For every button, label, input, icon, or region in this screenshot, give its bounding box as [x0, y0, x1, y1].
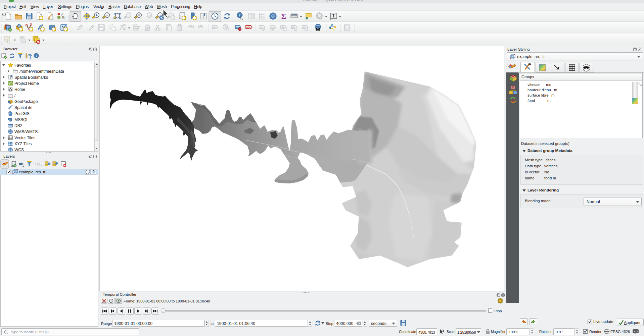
svg-text:/: /: [14, 93, 16, 98]
svg-text:✱: ✱: [41, 27, 44, 32]
svg-text:Vector Tiles: Vector Tiles: [14, 135, 35, 140]
svg-text:✱: ✱: [182, 15, 186, 20]
svg-text:ε: ε: [35, 161, 37, 166]
svg-text:✱: ✱: [52, 27, 56, 32]
svg-text:WCS: WCS: [14, 148, 24, 152]
svg-text:GeoPackage: GeoPackage: [14, 99, 38, 104]
svg-text:✱: ✱: [193, 15, 196, 20]
svg-text:PostGIS: PostGIS: [14, 111, 30, 116]
svg-text:1:1: 1:1: [147, 14, 151, 17]
svg-text:?: ?: [346, 25, 349, 30]
svg-text:a: a: [62, 14, 65, 19]
svg-text:✱: ✱: [112, 26, 115, 31]
svg-text:Favorites: Favorites: [14, 63, 31, 68]
svg-text:XYZ Tiles: XYZ Tiles: [14, 142, 32, 146]
svg-text:m: m: [551, 93, 555, 97]
svg-text:MSSQL: MSSQL: [14, 117, 29, 122]
svg-text:vitesse: vitesse: [527, 82, 540, 87]
svg-text:Project Home: Project Home: [14, 81, 39, 86]
svg-text:m: m: [547, 99, 551, 103]
svg-text:m: m: [554, 88, 557, 92]
svg-text:✱: ✱: [39, 15, 43, 20]
svg-text:abc: abc: [212, 26, 217, 29]
svg-text:Σ: Σ: [281, 12, 286, 20]
svg-text:fond: fond: [527, 99, 535, 103]
svg-text:T: T: [332, 13, 335, 18]
svg-text:DB2: DB2: [8, 125, 12, 127]
svg-text:surface libre: surface libre: [527, 93, 549, 97]
svg-text:DB2: DB2: [14, 123, 22, 128]
svg-text:✱: ✱: [29, 27, 33, 32]
svg-text:✱: ✱: [64, 27, 67, 32]
svg-text:✱: ✱: [19, 27, 23, 32]
svg-text:example_res_fr: example_res_fr: [19, 170, 45, 174]
svg-text:Spatial Bookmarks: Spatial Bookmarks: [14, 75, 48, 80]
svg-text:Home: Home: [14, 87, 25, 92]
svg-text:?: ?: [92, 170, 95, 174]
svg-text:SpatiaLite: SpatiaLite: [14, 105, 33, 110]
svg-text:hauteur d'eau: hauteur d'eau: [527, 88, 551, 92]
svg-text:ms: ms: [546, 82, 551, 87]
svg-text:/home/vincent/meshData: /home/vincent/meshData: [19, 69, 64, 74]
svg-text:WMS/WMTS: WMS/WMTS: [14, 129, 38, 134]
svg-text:abc: abc: [246, 26, 251, 29]
svg-text:abc: abc: [270, 26, 275, 29]
